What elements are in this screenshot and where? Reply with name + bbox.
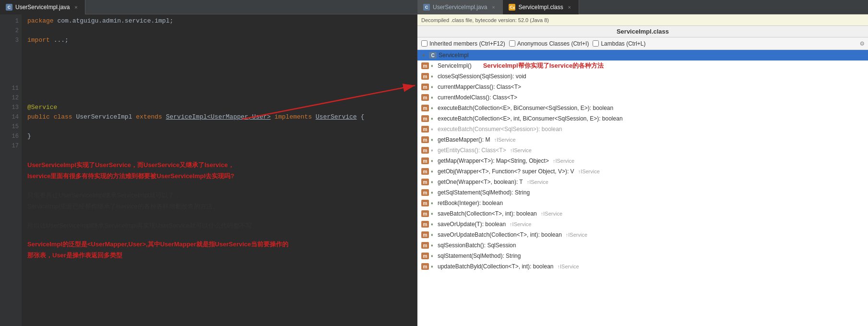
right-tab2-close[interactable]: × <box>566 4 573 11</box>
iservice-badge: ↑IService <box>527 179 548 185</box>
tree-item[interactable]: m♦getObj(Wrapper<T>, Function<? super Ob… <box>417 166 868 177</box>
code-line-14: public class UserServiceImpl extends Ser… <box>27 112 411 122</box>
code-line-16: } <box>27 132 411 141</box>
method-name: getObj(Wrapper<T>, Function<? super Obje… <box>438 168 574 175</box>
visibility-icon: ♦ <box>431 63 436 68</box>
code-line-17 <box>27 141 411 151</box>
visibility-icon: ♦ <box>431 169 436 174</box>
decompiled-notice: Decompiled .class file, bytecode version… <box>417 14 868 26</box>
tree-item[interactable]: m♦currentModelClass(): Class<T> <box>417 92 868 103</box>
method-name: sqlSessionBatch(): SqlSession <box>438 242 516 249</box>
tree-item[interactable]: m♦getEntityClass(): Class<T> ↑IService <box>417 145 868 156</box>
tree-item[interactable]: m♦executeBatch(Collection<E>, BiConsumer… <box>417 103 868 113</box>
gear-icon[interactable]: ⚙ <box>860 39 864 48</box>
tree-item[interactable]: m♦getBaseMapper(): M ↑IService <box>417 134 868 145</box>
iservice-badge: ↑IService <box>553 158 574 164</box>
tree-item[interactable]: m♦executeBatch(Collection<E>, int, BiCon… <box>417 113 868 124</box>
structure-title: ServiceImpl.class <box>417 26 868 37</box>
iservice-badge: ↑IService <box>541 211 562 217</box>
method-name: getBaseMapper(): M <box>438 136 490 143</box>
right-tab-userserviceimpl[interactable]: C UserServiceImpl.java × <box>417 0 503 14</box>
anno-block2-line1: 只需要再让UserServiceImpl继承ServiceImpl就可以了， <box>27 192 180 199</box>
tree-item[interactable]: m♦executeBatch(Consumer<SqlSession>): bo… <box>417 124 868 134</box>
tree-item[interactable]: m♦currentMapperClass(): Class<T> <box>417 82 868 92</box>
tree-item[interactable]: m♦closeSqlSession(SqlSession): void <box>417 71 868 82</box>
tree-item[interactable]: m♦saveBatch(Collection<T>, int): boolean… <box>417 208 868 219</box>
checkbox-anonymous-input[interactable] <box>509 40 515 47</box>
expand-icon: ▼ <box>421 53 427 58</box>
visibility-icon: ♦ <box>431 137 436 142</box>
visibility-icon: ♦ <box>431 190 436 195</box>
method-icon: m <box>421 62 429 69</box>
method-name: getEntityClass(): Class<T> <box>438 147 506 154</box>
tree-root-label: ServiceImpl <box>439 52 469 59</box>
anno-block1-line1: UserServiceImpl实现了UserService，而UserServi… <box>27 161 234 169</box>
tree-item[interactable]: m♦getOne(Wrapper<T>, boolean): T ↑IServi… <box>417 177 868 187</box>
method-name: sqlStatement(SqlMethod): String <box>438 253 521 259</box>
right-tab1-close[interactable]: × <box>490 4 497 11</box>
right-tab-serviceimpl[interactable]: C₄ ServiceImpl.class × <box>503 0 579 14</box>
serviceimpl-annotation-label: ServiceImpl帮你实现了Iservice的各种方法 <box>483 61 604 70</box>
iservice-badge: ↑IService <box>566 232 587 238</box>
structure-panel: ServiceImpl.class Inherited members (Ctr… <box>417 26 868 326</box>
right-tab-bar: C UserServiceImpl.java × C₄ ServiceImpl.… <box>417 0 868 14</box>
visibility-icon: ♦ <box>431 106 436 110</box>
checkbox-lambdas[interactable]: Lambdas (Ctrl+L) <box>593 40 645 47</box>
code-content[interactable]: package com.atguigu.admin.service.impl; … <box>22 14 417 267</box>
visibility-icon: ♦ <box>431 95 436 100</box>
checkbox-lambdas-input[interactable] <box>593 40 599 47</box>
checkbox-inherited-input[interactable] <box>421 40 428 47</box>
checkbox-inherited[interactable]: Inherited members (Ctrl+F12) <box>421 40 505 47</box>
method-name: updateBatchByld(Collection<T>, int): boo… <box>438 263 553 270</box>
left-tab-close[interactable]: × <box>72 4 79 11</box>
tree-item[interactable]: m♦sqlStatement(SqlMethod): String <box>417 251 868 261</box>
method-name: getSqlStatement(SqlMethod): String <box>438 189 530 196</box>
tree-item[interactable]: m♦retBook(Integer): boolean <box>417 198 868 208</box>
tree-item[interactable]: m♦saveOrUpdate(T): boolean ↑IService <box>417 219 868 229</box>
method-icon: m <box>421 231 429 238</box>
visibility-icon: ♦ <box>431 127 436 132</box>
code-line-2 <box>27 26 411 36</box>
visibility-icon: ♦ <box>431 254 436 258</box>
tree-item[interactable]: m♦getMap(Wrapper<T>): Map<String, Object… <box>417 156 868 166</box>
method-icon: m <box>421 221 429 228</box>
method-icon: m <box>421 94 429 101</box>
left-tab-userserviceimpl[interactable]: C UserServiceImpl.java × <box>0 0 85 14</box>
tree-item[interactable]: m♦sqlSessionBatch(): SqlSession <box>417 240 868 251</box>
method-icon: m <box>421 115 429 122</box>
method-icon: m <box>421 73 429 80</box>
checkbox-inherited-label: Inherited members (Ctrl+F12) <box>429 40 505 47</box>
method-icon: m <box>421 136 429 143</box>
right-tab2-icon: C₄ <box>509 4 515 11</box>
right-tab1-label: UserServiceImpl.java <box>433 4 487 11</box>
method-name: getMap(Wrapper<T>): Map<String, Object> <box>438 157 549 164</box>
tree-item[interactable]: m♦getSqlStatement(SqlMethod): String <box>417 187 868 198</box>
anno-block3: 所以让UserServiceImpl继承ServiceImpl再实现UserSe… <box>27 222 258 229</box>
visibility-icon: ♦ <box>431 158 436 163</box>
tree-root[interactable]: ▼ C ServiceImpl <box>417 50 868 60</box>
method-name: getOne(Wrapper<T>, boolean): T <box>438 179 523 185</box>
left-tab-bar: C UserServiceImpl.java × <box>0 0 417 14</box>
iservice-badge: ↑IService <box>510 221 531 227</box>
code-line-3: import ...; <box>27 36 411 45</box>
method-name: saveOrUpdate(T): boolean <box>438 221 506 228</box>
tree-item[interactable]: m♦saveOrUpdateBatch(Collection<T>, int):… <box>417 229 868 240</box>
iservice-badge: ↑IService <box>578 169 600 174</box>
checkbox-anonymous-label: Anonymous Classes (Ctrl+I) <box>517 40 589 47</box>
line-numbers: 1 2 3 11 12 13 14 15 16 17 <box>0 14 22 326</box>
method-icon: m <box>421 242 429 249</box>
visibility-icon: ♦ <box>431 148 436 153</box>
method-name: executeBatch(Collection<E>, BiConsumer<S… <box>438 105 613 111</box>
annotation-block-1: UserServiceImpl实现了UserService，而UserServi… <box>27 156 411 265</box>
left-tab-icon: C <box>6 4 12 11</box>
class-icon: C <box>429 52 437 59</box>
tree-item[interactable]: m♦updateBatchByld(Collection<T>, int): b… <box>417 261 868 272</box>
visibility-icon: ♦ <box>431 211 436 216</box>
code-line-1: package com.atguigu.admin.service.impl; <box>27 16 411 26</box>
checkbox-anonymous[interactable]: Anonymous Classes (Ctrl+I) <box>509 40 589 47</box>
right-tab1-icon: C <box>423 4 430 11</box>
tree-view[interactable]: ▼ C ServiceImpl m♦ServiceImpl()ServiceIm… <box>417 50 868 326</box>
visibility-icon: ♦ <box>431 243 436 248</box>
tree-item[interactable]: m♦ServiceImpl()ServiceImpl帮你实现了Iservice的… <box>417 60 868 71</box>
code-line-blank2 <box>27 55 411 64</box>
